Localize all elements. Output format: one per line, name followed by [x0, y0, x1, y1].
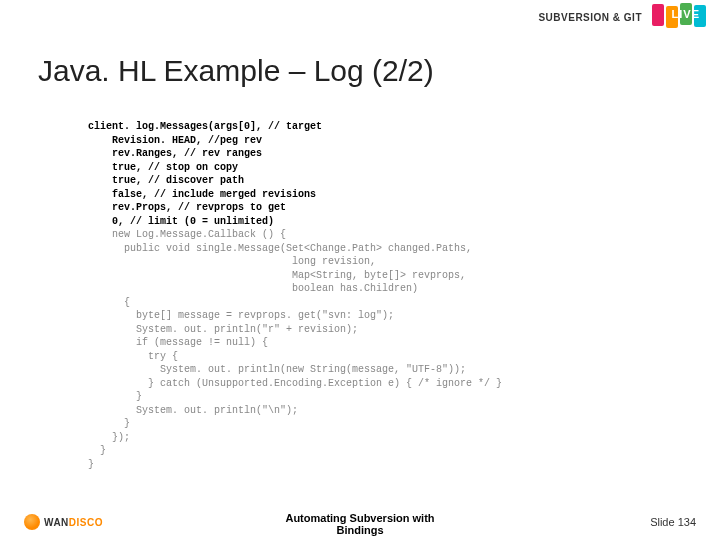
topbar: SUBVERSION & GIT LIVE — [0, 0, 720, 34]
logo-text: WANDISCO — [44, 517, 103, 528]
code-rest: new Log.Message.Callback () { public voi… — [88, 229, 502, 470]
footer: WANDISCO Automating Subversion with Bind… — [0, 496, 720, 540]
live-badge — [652, 6, 706, 28]
footer-caption: Automating Subversion with Bindings — [285, 512, 434, 536]
brand-text: SUBVERSION & GIT — [538, 12, 642, 23]
slide-number: Slide 134 — [650, 516, 696, 528]
code-bold: client. log.Messages(args[0], // target … — [88, 121, 322, 227]
code-block: client. log.Messages(args[0], // target … — [88, 120, 502, 471]
wandisco-logo: WANDISCO — [24, 514, 103, 530]
slide-title: Java. HL Example – Log (2/2) — [38, 54, 434, 88]
logo-circle-icon — [24, 514, 40, 530]
